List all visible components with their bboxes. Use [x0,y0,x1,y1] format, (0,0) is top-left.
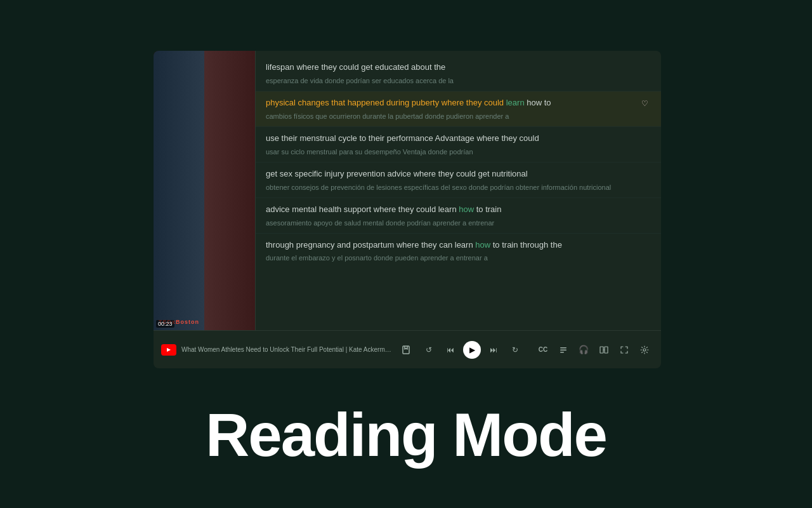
video-time-display: 00:23 [156,320,174,328]
transcript-english-5: advice mental health support where they … [266,203,648,216]
transcript-block-6: through pregnancy and postpartum where t… [256,234,661,269]
video-thumb-inner: TEDxBoston [154,51,255,330]
highlight-orange-1: physical changes that happened during pu… [266,98,506,107]
video-title-area: What Women Athletes Need to Unlock Their… [181,345,392,354]
transcript-text-2: physical changes that happened during pu… [266,97,636,109]
settings-button[interactable] [636,341,653,359]
loop-button[interactable]: ↺ [420,341,438,359]
highlight-green-2: how [459,204,474,214]
transcript-english-3: use their menstrual cycle to their perfo… [266,132,648,145]
video-thumbnail[interactable]: TEDxBoston 00:23 [154,51,255,330]
save-button[interactable] [397,341,415,359]
transcript-spanish-2: cambios físicos que ocurrieron durante l… [266,112,648,121]
transcript-text-1: lifespan where they could get educated a… [266,61,648,74]
transcript-button[interactable] [554,341,572,359]
reading-mode-label: Reading Mode [0,400,812,470]
video-title: What Women Athletes Need to Unlock Their… [181,345,392,354]
transcript-spanish-5: asesoramiento apoyo de salud mental dond… [266,218,648,228]
transcript-text-6: through pregnancy and postpartum where t… [266,239,648,251]
transcript-english-1: lifespan where they could get educated a… [266,61,648,74]
svg-rect-4 [600,347,603,353]
video-thumb-right [204,51,255,330]
transcript-block-3: use their menstrual cycle to their perfo… [256,127,661,163]
video-thumb-left: TEDxBoston [154,51,204,330]
transcript-text-4: get sex specific injury prevention advic… [266,168,648,180]
svg-rect-3 [560,352,564,353]
svg-rect-2 [560,349,566,351]
svg-rect-1 [560,347,566,349]
youtube-icon [161,344,176,356]
transcript-english-6: through pregnancy and postpartum where t… [266,239,648,251]
video-panel: TEDxBoston 00:23 [154,51,255,330]
controls-right: CC 🎧 [534,341,653,359]
transcript-spanish-6: durante el embarazo y el posnarto donde … [266,253,648,263]
svg-point-7 [643,349,646,351]
fullscreen-button[interactable] [615,341,633,359]
transcript-text-3: use their menstrual cycle to their perfo… [266,132,648,145]
controls-bar: What Women Athletes Need to Unlock Their… [154,330,661,368]
reading-mode-section: Reading Mode [0,400,812,470]
transcript-block-1: lifespan where they could get educated a… [256,56,661,91]
replay-button[interactable]: ↻ [506,341,524,359]
svg-rect-0 [403,346,409,354]
highlight-green-3: how [475,240,490,250]
playback-controls: ↺ ⏮ ▶ ⏭ ↻ [420,341,524,359]
transcript-spanish-4: obtener consejos de prevención de lesion… [266,183,648,192]
play-button[interactable]: ▶ [463,341,481,359]
reading-mode-button[interactable] [595,341,613,359]
transcript-spanish-3: usar su ciclo menstrual para su desempeñ… [266,147,648,157]
skip-forward-button[interactable]: ⏭ [485,341,502,359]
heart-icon[interactable]: ♡ [641,98,648,109]
highlight-green-1: learn [506,98,525,107]
transcript-text-5: advice mental health support where they … [266,203,648,216]
transcript-english-2: physical changes that happened during pu… [266,97,648,109]
player-container: TEDxBoston 00:23 lifespan where they cou… [154,51,661,368]
player-body: TEDxBoston 00:23 lifespan where they cou… [154,51,661,330]
skip-back-button[interactable]: ⏮ [442,341,459,359]
transcript-block-4: get sex specific injury prevention advic… [256,163,661,198]
caption-button[interactable]: CC [534,341,552,359]
transcript-english-4: get sex specific injury prevention advic… [266,168,648,180]
headphone-button[interactable]: 🎧 [575,341,593,359]
transcript-text-2-end: how to [525,98,551,107]
svg-rect-5 [605,347,608,353]
transcript-block-5: advice mental health support where they … [256,198,661,234]
transcript-block-2: physical changes that happened during pu… [256,91,661,127]
transcript-spanish-1: esperanza de vida donde podrían ser educ… [266,76,648,86]
transcript-panel[interactable]: lifespan where they could get educated a… [255,51,661,330]
